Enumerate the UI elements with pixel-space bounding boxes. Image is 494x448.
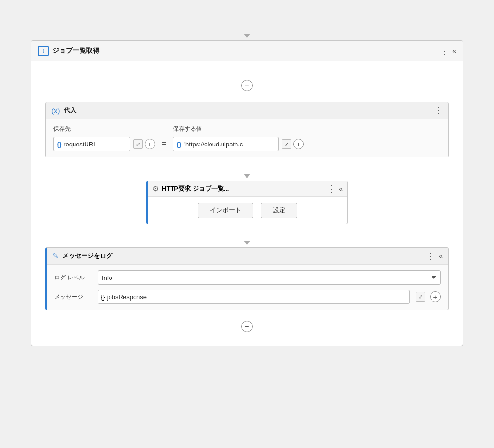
save-value-label: 保存する値 <box>173 125 304 133</box>
log-more-icon[interactable]: ⋮ <box>426 252 435 260</box>
equals-sign: = <box>160 139 168 148</box>
main-card-icon: ↕ <box>38 46 49 56</box>
plus-connector-bottom: + <box>241 314 253 332</box>
log-collapse-icon[interactable]: « <box>439 252 443 260</box>
log-level-select[interactable]: Info <box>98 270 441 285</box>
value-expand-button[interactable]: ⤢ <box>282 139 291 149</box>
dest-curly-icon: {} <box>57 141 62 148</box>
http-title: HTTP要求 ジョブ一覧... <box>162 184 323 193</box>
add-activity-top-button[interactable]: + <box>241 80 253 91</box>
assign-icon: (x) <box>51 107 60 115</box>
arrow-line-2 <box>247 159 247 174</box>
http-more-icon[interactable]: ⋮ <box>327 184 335 193</box>
import-button[interactable]: インポート <box>198 203 253 218</box>
message-expand-button[interactable]: ⤢ <box>416 292 425 302</box>
arrow-assign-to-http <box>244 159 250 179</box>
top-connector-arrow <box>244 19 250 38</box>
connector-line-bottom <box>247 314 247 321</box>
value-field-box[interactable]: {} "https://cloud.uipath.c <box>173 137 279 151</box>
value-curly-icon: {} <box>176 141 181 148</box>
http-activity-header: ⚙ HTTP要求 ジョブ一覧... ⋮ « <box>148 181 347 197</box>
main-more-icon[interactable]: ⋮ <box>440 47 448 55</box>
arrow-line <box>247 19 247 34</box>
assign-more-icon[interactable]: ⋮ <box>434 106 443 115</box>
value-field-text: "https://cloud.uipath.c <box>183 141 243 148</box>
dest-field-box[interactable]: {} requestURL <box>53 137 130 151</box>
main-card-title: ジョブ一覧取得 <box>52 47 99 55</box>
main-card-header-left: ↕ ジョブ一覧取得 <box>38 46 99 56</box>
icon-arrows: ↕ <box>42 48 45 54</box>
assign-value-column: 保存する値 {} "https://cloud.uipath.c ⤢ + <box>173 125 304 151</box>
workflow-canvas: ↕ ジョブ一覧取得 ⋮ « + (x) 代入 ⋮ <box>12 10 482 356</box>
settings-button[interactable]: 設定 <box>261 203 297 218</box>
main-card-header: ↕ ジョブ一覧取得 ⋮ « <box>31 41 463 61</box>
http-icon: ⚙ <box>152 184 159 193</box>
message-field-box[interactable]: {} jobsResponse <box>98 290 410 304</box>
http-activity-body: インポート 設定 <box>148 197 347 224</box>
log-message-label: メッセージ <box>54 293 93 301</box>
main-card-actions: ⋮ « <box>440 47 456 55</box>
add-activity-bottom-button[interactable]: + <box>241 321 253 332</box>
http-activity-card: ⚙ HTTP要求 ジョブ一覧... ⋮ « インポート 設定 <box>146 181 348 224</box>
main-collapse-icon[interactable]: « <box>452 47 456 55</box>
save-dest-label: 保存先 <box>53 125 155 133</box>
assign-dest-column: 保存先 {} requestURL ⤢ + <box>53 125 155 151</box>
connector-line <box>247 73 247 80</box>
assign-activity-card: (x) 代入 ⋮ 保存先 {} requestURL <box>45 102 449 157</box>
log-activity-body: ログ レベル Info メッセージ {} jobsResponse ⤢ <box>47 265 448 310</box>
assign-activity-body: 保存先 {} requestURL ⤢ + = <box>46 119 448 157</box>
dest-expand-button[interactable]: ⤢ <box>133 139 143 149</box>
arrow-line-3 <box>247 226 247 241</box>
log-level-row: ログ レベル Info <box>54 270 441 285</box>
value-add-button[interactable]: + <box>293 139 304 149</box>
log-message-row: メッセージ {} jobsResponse ⤢ + <box>54 290 441 304</box>
main-card-body: + (x) 代入 ⋮ 保存先 <box>31 61 463 346</box>
dest-field-text: requestURL <box>63 141 97 148</box>
http-collapse-icon[interactable]: « <box>339 185 343 193</box>
main-activity-card: ↕ ジョブ一覧取得 ⋮ « + (x) 代入 ⋮ <box>31 40 463 346</box>
arrow-head-2 <box>244 174 250 179</box>
message-add-button[interactable]: + <box>430 291 441 302</box>
assign-fields-row: 保存先 {} requestURL ⤢ + = <box>53 125 441 151</box>
dest-add-button[interactable]: + <box>145 139 155 149</box>
message-curly-icon: {} <box>101 293 105 301</box>
log-level-label: ログ レベル <box>54 274 93 282</box>
assign-title: 代入 <box>64 106 431 115</box>
plus-connector-top: + <box>241 73 253 98</box>
arrow-head <box>244 34 250 38</box>
arrow-http-to-log <box>244 226 250 245</box>
message-field-text: jobsResponse <box>107 293 147 301</box>
log-activity-header: ✎ メッセージをログ ⋮ « <box>47 248 448 265</box>
log-title: メッセージをログ <box>62 252 422 260</box>
assign-activity-header: (x) 代入 ⋮ <box>46 102 448 119</box>
connector-line-2 <box>247 91 247 98</box>
arrow-head-3 <box>244 241 250 245</box>
log-activity-card: ✎ メッセージをログ ⋮ « ログ レベル Info メッセー <box>45 247 449 310</box>
log-icon: ✎ <box>52 252 59 260</box>
